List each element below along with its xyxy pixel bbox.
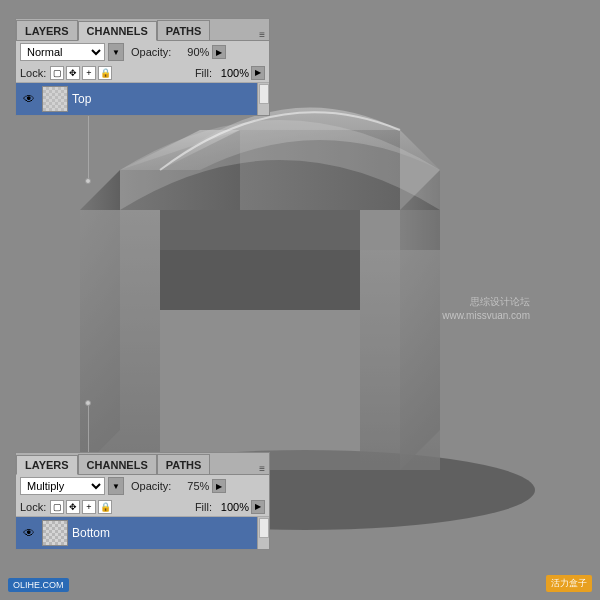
tab-layers-bottom[interactable]: LAYERS xyxy=(16,455,78,475)
connector-dot-top xyxy=(85,178,91,184)
fill-label-top: Fill: xyxy=(195,67,212,79)
panel-top: LAYERS CHANNELS PATHS ≡ Normal ▼ Opacity… xyxy=(15,18,270,116)
lock-transparent-bottom[interactable]: ▢ xyxy=(50,500,64,514)
tab-channels-bottom[interactable]: CHANNELS xyxy=(78,454,157,474)
blend-mode-select-top[interactable]: Normal xyxy=(20,43,105,61)
blend-mode-arrow-bottom[interactable]: ▼ xyxy=(108,477,124,495)
layer-eye-top[interactable]: 👁 xyxy=(20,90,38,108)
blend-mode-select-bottom[interactable]: Multiply xyxy=(20,477,105,495)
fill-label-bottom: Fill: xyxy=(195,501,212,513)
tab-layers-top[interactable]: LAYERS xyxy=(16,20,78,40)
opacity-value-bottom: 75% xyxy=(174,480,209,492)
panel-top-menu-icon[interactable]: ≡ xyxy=(259,29,265,40)
watermark-line1: 思综设计论坛 xyxy=(442,295,530,309)
fill-value-top: 100% xyxy=(214,67,249,79)
scrollbar-thumb-top[interactable] xyxy=(259,84,269,104)
fill-arrow-top[interactable]: ▶ xyxy=(251,66,265,80)
layer-row-bottom[interactable]: 👁 Bottom xyxy=(16,517,269,549)
lock-transparent-top[interactable]: ▢ xyxy=(50,66,64,80)
lock-move-bottom[interactable]: ✥ xyxy=(66,500,80,514)
connector-dot-bottom xyxy=(85,400,91,406)
canvas-area: LAYERS CHANNELS PATHS ≡ Normal ▼ Opacity… xyxy=(0,0,600,600)
scrollbar-top[interactable] xyxy=(257,83,269,115)
lock-position-bottom[interactable]: + xyxy=(82,500,96,514)
panel-bottom-tabs: LAYERS CHANNELS PATHS ≡ xyxy=(16,453,269,475)
layer-thumb-top xyxy=(42,86,68,112)
layer-eye-bottom[interactable]: 👁 xyxy=(20,524,38,542)
scrollbar-bottom[interactable] xyxy=(257,517,269,549)
tab-channels-top[interactable]: CHANNELS xyxy=(78,21,157,41)
fill-value-bottom: 100% xyxy=(214,501,249,513)
badge-right: 活力盒子 xyxy=(546,575,592,592)
tab-paths-bottom[interactable]: PATHS xyxy=(157,454,211,474)
opacity-label-top: Opacity: xyxy=(131,46,171,58)
watermark-line2: www.missvuan.com xyxy=(442,309,530,323)
panel-top-lock-row: Lock: ▢ ✥ + 🔒 Fill: 100% ▶ xyxy=(16,63,269,83)
badge-left: OLIHE.COM xyxy=(8,578,69,592)
opacity-arrow-top[interactable]: ▶ xyxy=(212,45,226,59)
lock-all-bottom[interactable]: 🔒 xyxy=(98,500,112,514)
lock-all-top[interactable]: 🔒 xyxy=(98,66,112,80)
lock-label-bottom: Lock: xyxy=(20,501,48,513)
panel-top-tabs: LAYERS CHANNELS PATHS ≡ xyxy=(16,19,269,41)
lock-position-top[interactable]: + xyxy=(82,66,96,80)
panel-bottom: LAYERS CHANNELS PATHS ≡ Multiply ▼ Opaci… xyxy=(15,452,270,550)
layer-name-bottom: Bottom xyxy=(72,526,110,540)
opacity-arrow-bottom[interactable]: ▶ xyxy=(212,479,226,493)
connector-line-top xyxy=(88,115,89,180)
svg-marker-10 xyxy=(160,210,360,310)
watermark: 思综设计论坛 www.missvuan.com xyxy=(442,295,530,323)
panel-bottom-lock-row: Lock: ▢ ✥ + 🔒 Fill: 100% ▶ xyxy=(16,497,269,517)
opacity-label-bottom: Opacity: xyxy=(131,480,171,492)
layer-name-top: Top xyxy=(72,92,91,106)
lock-label-top: Lock: xyxy=(20,67,48,79)
tab-paths-top[interactable]: PATHS xyxy=(157,20,211,40)
blend-mode-arrow-top[interactable]: ▼ xyxy=(108,43,124,61)
opacity-value-top: 90% xyxy=(174,46,209,58)
panel-bottom-menu-icon[interactable]: ≡ xyxy=(259,463,265,474)
fill-arrow-bottom[interactable]: ▶ xyxy=(251,500,265,514)
panel-top-blend-row: Normal ▼ Opacity: 90% ▶ xyxy=(16,41,269,63)
panel-bottom-blend-row: Multiply ▼ Opacity: 75% ▶ xyxy=(16,475,269,497)
scrollbar-thumb-bottom[interactable] xyxy=(259,518,269,538)
layer-row-top[interactable]: 👁 Top xyxy=(16,83,269,115)
lock-move-top[interactable]: ✥ xyxy=(66,66,80,80)
layer-thumb-bottom xyxy=(42,520,68,546)
